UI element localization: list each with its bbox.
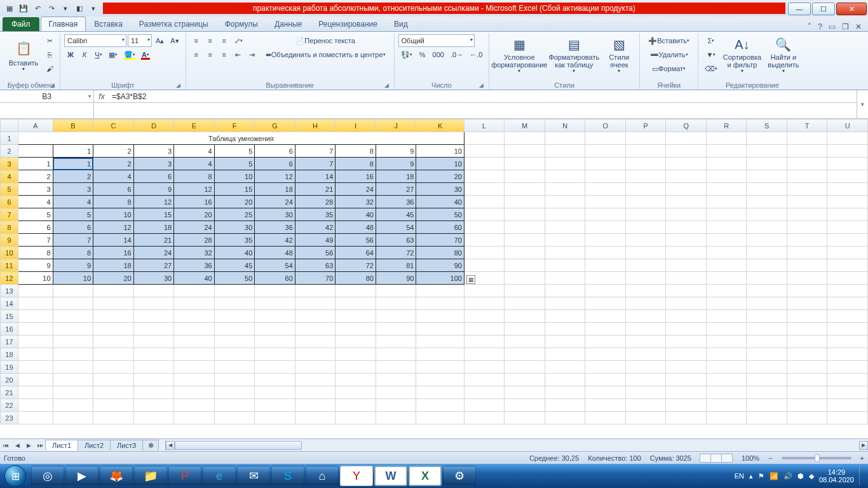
cell[interactable] bbox=[464, 208, 504, 221]
cell[interactable]: 25 bbox=[214, 208, 255, 221]
cell[interactable] bbox=[827, 145, 868, 158]
col-header[interactable]: Q bbox=[666, 119, 707, 132]
cell[interactable] bbox=[93, 399, 134, 412]
cell[interactable] bbox=[585, 412, 626, 424]
cell[interactable]: 28 bbox=[295, 196, 336, 208]
col-header[interactable]: S bbox=[747, 119, 787, 132]
cell[interactable] bbox=[214, 310, 255, 323]
cell[interactable] bbox=[505, 361, 545, 374]
cell[interactable] bbox=[625, 259, 665, 272]
cell[interactable] bbox=[625, 285, 665, 297]
cell[interactable] bbox=[787, 361, 827, 374]
cell[interactable] bbox=[706, 221, 747, 234]
row-header[interactable]: 17 bbox=[1, 336, 18, 348]
cell[interactable]: 18 bbox=[93, 259, 134, 272]
cell[interactable] bbox=[625, 272, 665, 285]
cell[interactable] bbox=[255, 285, 295, 297]
zoom-level[interactable]: 100% bbox=[742, 454, 759, 462]
cell[interactable] bbox=[93, 374, 134, 386]
cell[interactable] bbox=[214, 374, 255, 386]
cell[interactable] bbox=[706, 170, 747, 183]
cell[interactable] bbox=[416, 361, 464, 374]
cell[interactable] bbox=[706, 399, 747, 412]
cell[interactable]: 4 bbox=[18, 196, 53, 208]
cell[interactable] bbox=[585, 170, 626, 183]
cell[interactable] bbox=[214, 386, 255, 399]
cell[interactable]: 20 bbox=[416, 170, 464, 183]
cell[interactable] bbox=[505, 386, 545, 399]
cell[interactable] bbox=[706, 145, 747, 158]
tab-data[interactable]: Данные bbox=[266, 17, 310, 31]
cell[interactable] bbox=[295, 336, 336, 348]
cell[interactable]: 81 bbox=[376, 259, 416, 272]
cell[interactable] bbox=[747, 234, 787, 247]
cell[interactable] bbox=[827, 399, 868, 412]
cell[interactable] bbox=[376, 297, 416, 310]
taskbar-app-3[interactable]: 🦊 bbox=[100, 466, 133, 486]
cell[interactable] bbox=[336, 374, 376, 386]
cell[interactable]: 54 bbox=[255, 259, 295, 272]
cell[interactable] bbox=[416, 348, 464, 361]
cell[interactable] bbox=[505, 208, 545, 221]
cell[interactable] bbox=[666, 259, 707, 272]
tray-network-icon[interactable]: 📶 bbox=[770, 472, 778, 480]
cell[interactable] bbox=[747, 158, 787, 170]
col-header[interactable]: L bbox=[464, 119, 504, 132]
cell[interactable] bbox=[214, 297, 255, 310]
cell[interactable] bbox=[505, 399, 545, 412]
clear-icon[interactable]: ⌫▾ bbox=[702, 62, 720, 75]
taskbar-word[interactable]: W bbox=[374, 466, 407, 486]
cell[interactable]: 2 bbox=[93, 158, 134, 170]
cell[interactable] bbox=[666, 386, 707, 399]
cell[interactable] bbox=[666, 272, 707, 285]
cell[interactable]: 9 bbox=[53, 259, 93, 272]
cell[interactable] bbox=[585, 183, 626, 196]
cell[interactable]: Таблица умножения bbox=[18, 132, 464, 145]
cell[interactable] bbox=[336, 323, 376, 336]
cell[interactable] bbox=[787, 310, 827, 323]
tray-up-icon[interactable]: ▴ bbox=[749, 472, 753, 480]
cell[interactable] bbox=[706, 336, 747, 348]
cell[interactable] bbox=[295, 323, 336, 336]
cell[interactable] bbox=[666, 132, 707, 145]
cell[interactable]: 5 bbox=[18, 208, 53, 221]
cell[interactable] bbox=[505, 183, 545, 196]
cell[interactable]: 8 bbox=[336, 145, 376, 158]
cell[interactable] bbox=[787, 196, 827, 208]
cell[interactable] bbox=[625, 145, 665, 158]
cell[interactable]: 4 bbox=[93, 170, 134, 183]
cell[interactable] bbox=[827, 221, 868, 234]
cell[interactable] bbox=[255, 399, 295, 412]
cell[interactable] bbox=[545, 234, 585, 247]
cell[interactable] bbox=[787, 234, 827, 247]
cell[interactable]: 36 bbox=[255, 221, 295, 234]
cell[interactable] bbox=[625, 361, 665, 374]
cell[interactable]: 7 bbox=[18, 234, 53, 247]
cell[interactable]: 56 bbox=[295, 247, 336, 259]
cell[interactable]: 12 bbox=[255, 170, 295, 183]
clipboard-dialog-icon[interactable]: ◢ bbox=[50, 82, 55, 88]
tab-insert[interactable]: Вставка bbox=[86, 17, 131, 31]
qat-extra-icon[interactable]: ◧ bbox=[74, 3, 85, 14]
cell[interactable] bbox=[827, 310, 868, 323]
cell[interactable] bbox=[93, 323, 134, 336]
cell[interactable] bbox=[18, 310, 53, 323]
cell[interactable]: 18 bbox=[376, 170, 416, 183]
cell[interactable] bbox=[416, 412, 464, 424]
cell[interactable] bbox=[787, 221, 827, 234]
col-header[interactable]: B bbox=[53, 119, 93, 132]
cell[interactable] bbox=[747, 196, 787, 208]
cell[interactable] bbox=[505, 145, 545, 158]
cell[interactable]: 36 bbox=[174, 259, 215, 272]
cell[interactable] bbox=[295, 386, 336, 399]
cell[interactable] bbox=[706, 285, 747, 297]
cell[interactable] bbox=[666, 297, 707, 310]
cell[interactable] bbox=[787, 158, 827, 170]
row-header[interactable]: 10 bbox=[1, 247, 18, 259]
cell[interactable] bbox=[505, 285, 545, 297]
taskbar-powerpoint[interactable]: P bbox=[168, 466, 201, 486]
cell[interactable]: 35 bbox=[214, 234, 255, 247]
cell[interactable]: 4 bbox=[174, 145, 215, 158]
cell[interactable] bbox=[376, 348, 416, 361]
italic-button[interactable]: К bbox=[78, 48, 91, 61]
